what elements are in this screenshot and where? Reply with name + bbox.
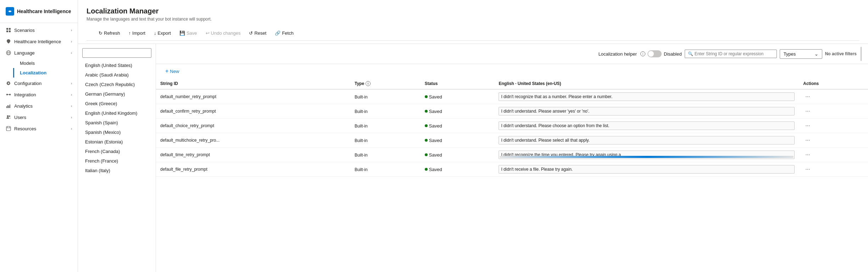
chevron-down-icon: ⌄ xyxy=(814,51,818,57)
svg-rect-13 xyxy=(9,106,9,108)
sidebar-item-analytics[interactable]: Analytics › xyxy=(0,100,78,112)
cell-status-0: Saved xyxy=(421,89,495,104)
export-label: Export xyxy=(157,30,171,36)
cell-type-2: Built-in xyxy=(350,119,421,133)
lang-item-czech[interactable]: Czech (Czech Republic) xyxy=(82,80,151,89)
row-action-menu-3[interactable]: ··· xyxy=(803,136,812,144)
sidebar-item-resources[interactable]: Resources › xyxy=(0,123,78,134)
integration-label: Integration xyxy=(14,92,36,97)
config-label: Configuration xyxy=(14,81,41,86)
col-string-id: String ID xyxy=(156,78,350,89)
sidebar-item-models[interactable]: Models xyxy=(14,58,78,68)
cell-value-1[interactable]: I didn't understand. Please answer 'yes'… xyxy=(494,104,799,119)
sidebar-item-configuration[interactable]: Configuration › xyxy=(0,78,78,89)
lang-item-estonian[interactable]: Estonian (Estonia) xyxy=(82,137,151,147)
reset-button[interactable]: ↺ Reset xyxy=(245,29,270,38)
sidebar-item-integration[interactable]: Integration › xyxy=(0,89,78,100)
row-action-menu-0[interactable]: ··· xyxy=(803,93,812,100)
lang-item-greek[interactable]: Greek (Greece) xyxy=(82,99,151,108)
sidebar-item-localization[interactable]: Localization xyxy=(13,68,78,78)
cell-value-3[interactable]: I didn't understand. Please select all t… xyxy=(494,133,799,148)
lang-item-french-canada[interactable]: French (Canada) xyxy=(82,147,151,156)
chevron-up-icon: ‹ xyxy=(71,51,72,55)
cell-actions-5[interactable]: ··· xyxy=(799,162,868,177)
users-label: Users xyxy=(14,115,26,120)
table-row: default_file_retry_prompt Built-in Saved… xyxy=(156,162,868,177)
lang-item-arabic[interactable]: Arabic (Saudi Arabia) xyxy=(82,70,151,80)
cell-actions-2[interactable]: ··· xyxy=(799,119,868,133)
sidebar: Healthcare Intelligence Scenarios › xyxy=(0,0,78,272)
cell-value-0[interactable]: I didn't recognize that as a number. Ple… xyxy=(494,89,799,104)
import-button[interactable]: ↑ Import xyxy=(125,29,149,38)
save-label: Save xyxy=(187,30,197,36)
cell-actions-3[interactable]: ··· xyxy=(799,133,868,148)
fetch-button[interactable]: 🔗 Fetch xyxy=(271,29,297,38)
svg-rect-11 xyxy=(6,106,7,108)
new-string-button[interactable]: + New xyxy=(162,66,183,76)
strings-table: String ID Type i Status xyxy=(156,78,868,177)
col-type: Type i xyxy=(350,78,421,89)
export-button[interactable]: ↓ Export xyxy=(150,29,174,38)
refresh-label: Refresh xyxy=(104,30,120,36)
svg-rect-8 xyxy=(6,94,8,95)
healthcare-icon xyxy=(6,39,11,44)
table-row: default_number_retry_prompt Built-in Sav… xyxy=(156,89,868,104)
lang-item-german[interactable]: German (Germany) xyxy=(82,89,151,99)
info-icon[interactable]: i xyxy=(640,51,645,56)
sidebar-item-healthcare[interactable]: Healthcare Intelligence › xyxy=(0,36,78,47)
cell-type-4: Built-in xyxy=(350,148,421,162)
row-action-menu-4[interactable]: ··· xyxy=(803,151,812,158)
chevron-down-icon: › xyxy=(71,28,72,32)
lang-item-english-us[interactable]: English (United States) xyxy=(82,61,151,70)
save-button[interactable]: 💾 Save xyxy=(176,29,201,38)
sidebar-item-language[interactable]: Language ‹ xyxy=(0,47,78,58)
config-icon xyxy=(6,80,11,86)
col-english-us: English · United States (en-US) xyxy=(494,78,799,89)
cell-value-2[interactable]: I didn't understand. Please choose an op… xyxy=(494,119,799,133)
string-search-filter[interactable]: 🔍 xyxy=(685,50,777,58)
row-action-menu-2[interactable]: ··· xyxy=(803,122,812,129)
analytics-label: Analytics xyxy=(14,103,33,109)
cell-status-1: Saved xyxy=(421,104,495,119)
save-icon: 💾 xyxy=(179,30,185,36)
filter-bar: Localization helper i Disabled 🔍 Types ⌄ xyxy=(156,44,868,64)
search-icon: 🔍 xyxy=(688,51,693,56)
refresh-icon: ↻ xyxy=(99,30,102,36)
type-info-icon[interactable]: i xyxy=(366,81,371,86)
svg-rect-12 xyxy=(7,105,8,108)
chevron-down-icon2: › xyxy=(71,40,72,44)
main-content: Localization Manager Manage the language… xyxy=(78,0,868,272)
cell-actions-4[interactable]: ··· xyxy=(799,148,868,162)
lang-item-italian[interactable]: Italian (Italy) xyxy=(82,166,151,175)
lang-item-french-france[interactable]: French (France) xyxy=(82,156,151,166)
cell-actions-0[interactable]: ··· xyxy=(799,89,868,104)
cell-value-4[interactable]: I didn't recognize the time you entered.… xyxy=(494,148,799,162)
undo-button[interactable]: ↩ Undo changes xyxy=(202,29,244,38)
cell-actions-1[interactable]: ··· xyxy=(799,104,868,119)
cell-string-id-2: default_choice_retry_prompt xyxy=(156,119,350,133)
lang-item-spanish-mexico[interactable]: Spanish (Mexico) xyxy=(82,128,151,137)
toolbar: ↻ Refresh ↑ Import ↓ Export 💾 Save ↩ Und… xyxy=(87,26,859,41)
types-dropdown[interactable]: Types ⌄ xyxy=(780,49,822,59)
models-label: Models xyxy=(20,61,35,66)
sidebar-header: Healthcare Intelligence xyxy=(0,0,78,23)
grid-icon xyxy=(6,27,11,33)
lang-item-english-uk[interactable]: English (United Kingdom) xyxy=(82,108,151,118)
string-search-input[interactable] xyxy=(695,51,774,56)
language-icon xyxy=(6,50,11,56)
language-search-input[interactable] xyxy=(82,48,151,58)
row-action-menu-1[interactable]: ··· xyxy=(803,107,812,115)
toggle-thumb xyxy=(648,51,654,57)
svg-rect-14 xyxy=(10,104,10,108)
table-body: default_number_retry_prompt Built-in Sav… xyxy=(156,89,868,177)
sidebar-item-users[interactable]: Users › xyxy=(0,112,78,123)
row-action-menu-5[interactable]: ··· xyxy=(803,165,812,173)
new-label: New xyxy=(170,69,179,74)
sidebar-item-scenarios[interactable]: Scenarios › xyxy=(0,24,78,36)
cell-string-id-4: default_time_retry_prompt xyxy=(156,148,350,162)
refresh-button[interactable]: ↻ Refresh xyxy=(95,29,124,38)
cell-value-5[interactable]: I didn't receive a file. Please try agai… xyxy=(494,162,799,177)
helper-toggle[interactable] xyxy=(647,50,662,57)
lang-item-spanish-spain[interactable]: Spanish (Spain) xyxy=(82,118,151,128)
toggle-state-label: Disabled xyxy=(664,51,682,57)
